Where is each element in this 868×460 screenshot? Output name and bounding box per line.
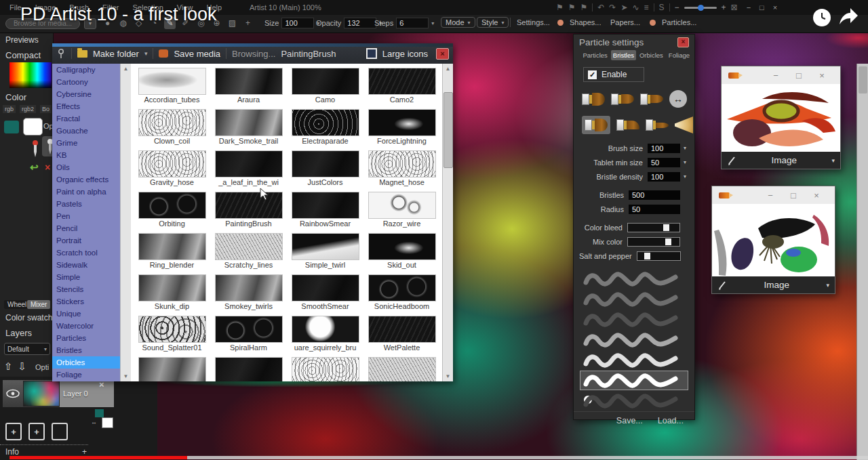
brush-thumbnail[interactable] bbox=[138, 357, 206, 381]
clear-color-icon[interactable]: × bbox=[45, 162, 50, 173]
zoom-in-icon[interactable]: + bbox=[722, 3, 726, 12]
load-button[interactable]: Load... bbox=[658, 416, 684, 425]
brush-item-clown_coil[interactable]: Clown_coil bbox=[134, 107, 210, 148]
stroke-preview-1[interactable] bbox=[580, 289, 688, 309]
category-oils[interactable]: Oils bbox=[52, 161, 120, 173]
enable-group[interactable]: ✓ Enable bbox=[583, 67, 644, 82]
brush-item-_a_leaf_in_the_wi[interactable]: _a_leaf_in_the_wi bbox=[210, 148, 287, 190]
steps-caret-icon[interactable]: ▾ bbox=[431, 20, 434, 26]
particles-button[interactable]: Particles... bbox=[662, 18, 696, 26]
make-folder-button[interactable]: Make folder bbox=[93, 49, 139, 59]
undo-color-icon[interactable]: ↩ bbox=[30, 161, 39, 173]
brush-thumbnail[interactable] bbox=[215, 274, 283, 301]
scroll-down-icon[interactable]: ▼ bbox=[446, 371, 451, 381]
brush-item-magnet_hose[interactable]: Magnet_hose bbox=[363, 148, 440, 190]
category-foliage[interactable]: Foliage bbox=[52, 369, 120, 381]
brush-item-paintingbrush[interactable]: PaintingBrush bbox=[210, 190, 287, 231]
steps-input[interactable]: 6 bbox=[396, 18, 429, 28]
brush-thumbnail[interactable] bbox=[215, 316, 283, 343]
brush-thumbnail[interactable] bbox=[368, 274, 436, 301]
brush-thumbnail[interactable] bbox=[368, 316, 436, 343]
slider-thumb[interactable] bbox=[644, 253, 650, 259]
scroll-up-icon[interactable]: ▲ bbox=[446, 64, 451, 74]
category-pen[interactable]: Pen bbox=[52, 210, 120, 222]
brush-item-camo[interactable]: Camo bbox=[287, 66, 363, 107]
settings-button[interactable]: Settings... bbox=[517, 18, 550, 26]
menu-tool-icon-8[interactable]: ≡ bbox=[644, 3, 649, 12]
round-brush-icon[interactable] bbox=[611, 93, 634, 105]
enable-checkbox[interactable]: ✓ bbox=[588, 70, 597, 79]
window-titlebar[interactable]: − □ × bbox=[712, 186, 835, 204]
tab-foliage[interactable]: Foliage bbox=[667, 50, 692, 60]
tool-icon-8[interactable]: ▨ bbox=[226, 17, 238, 29]
slider-track[interactable] bbox=[627, 223, 680, 232]
scrollbar-thumb[interactable] bbox=[443, 92, 453, 168]
category-scrollbar[interactable]: ▲ ▼ bbox=[120, 64, 131, 381]
category-organic-effects[interactable]: Organic effects bbox=[52, 173, 120, 186]
compact-label[interactable]: Compact bbox=[5, 50, 41, 60]
brush-thumbnail[interactable] bbox=[368, 68, 436, 95]
brush-thumbnail[interactable] bbox=[292, 150, 359, 177]
category-stickers[interactable]: Stickers bbox=[52, 295, 120, 308]
setting-value-dropdown[interactable]: 100 bbox=[648, 172, 680, 182]
info-expand-icon[interactable]: + bbox=[82, 447, 87, 457]
wheel-tab[interactable]: Wheel bbox=[4, 300, 30, 309]
brush-item[interactable] bbox=[287, 355, 363, 381]
category-cartoony[interactable]: Cartoony bbox=[52, 76, 120, 88]
liner-brush-icon[interactable] bbox=[646, 119, 669, 131]
brush-item-camo2[interactable]: Camo2 bbox=[363, 66, 440, 107]
stroke-preview-6[interactable] bbox=[580, 391, 688, 411]
category-cybersine[interactable]: Cybersine bbox=[52, 88, 120, 100]
window-titlebar[interactable]: − □ × bbox=[722, 66, 840, 84]
image-dropdown-caret-icon[interactable]: ▾ bbox=[826, 282, 829, 289]
layer-thumbnail[interactable] bbox=[23, 381, 60, 406]
menu-tool-icon-4[interactable]: ↶ bbox=[597, 3, 604, 12]
save-media-button[interactable]: Save media bbox=[174, 49, 220, 59]
brush-thumbnail[interactable] bbox=[138, 233, 206, 260]
angled-brush-icon[interactable] bbox=[616, 119, 639, 131]
pin-icon[interactable] bbox=[576, 51, 578, 60]
brush-thumbnail[interactable] bbox=[292, 68, 359, 95]
category-effects[interactable]: Effects bbox=[52, 100, 120, 112]
setting-value-dropdown[interactable]: 100 bbox=[648, 144, 680, 153]
maximize-button[interactable]: □ bbox=[787, 70, 810, 81]
brush-item-sonicheadboom[interactable]: SonicHeadboom bbox=[363, 272, 440, 314]
brush-thumbnail[interactable] bbox=[368, 357, 436, 381]
brush-thumbnail[interactable] bbox=[368, 109, 436, 136]
brush-thumbnail[interactable] bbox=[368, 150, 436, 177]
category-watercolor[interactable]: Watercolor bbox=[52, 320, 120, 332]
scroll-down-icon[interactable]: ▼ bbox=[123, 371, 129, 381]
brush-thumbnail[interactable] bbox=[138, 316, 206, 343]
crossed-tool-icon[interactable]: ⊠ bbox=[731, 3, 738, 12]
category-particles[interactable]: Particles bbox=[52, 332, 120, 344]
category-gouache[interactable]: Gouache bbox=[52, 125, 120, 137]
brush-thumbnail[interactable] bbox=[292, 233, 359, 260]
brush-thumbnail[interactable] bbox=[292, 109, 359, 136]
category-bristles[interactable]: Bristles bbox=[52, 344, 120, 356]
style-dropdown[interactable]: Style ▾ bbox=[477, 17, 509, 28]
size-input[interactable]: 100 bbox=[281, 18, 314, 28]
watch-later-icon[interactable] bbox=[812, 8, 831, 27]
foreground-color-chip[interactable] bbox=[102, 417, 113, 428]
brush-thumbnail[interactable] bbox=[292, 316, 359, 343]
brush-thumbnail[interactable] bbox=[215, 150, 283, 177]
category-kb[interactable]: KB bbox=[52, 149, 120, 161]
menu-tool-icon-0[interactable]: ⚑ bbox=[556, 3, 564, 12]
brush-thumbnail[interactable] bbox=[138, 109, 206, 136]
brush-item-rainbowsmear[interactable]: RainbowSmear bbox=[287, 190, 363, 231]
swap-colors-icon[interactable]: ↔ bbox=[91, 419, 97, 425]
color-spectrum-picker[interactable] bbox=[9, 62, 52, 88]
dropdown-caret-icon[interactable]: ▾ bbox=[684, 145, 689, 151]
dropdown-caret-icon[interactable]: ▾ bbox=[684, 173, 689, 180]
flat-brush-selected-icon[interactable] bbox=[582, 116, 610, 134]
brush-thumbnail[interactable] bbox=[368, 192, 436, 219]
brush-item-razor_wire[interactable]: Razor_wire bbox=[363, 190, 440, 231]
scrollbar-thumb[interactable] bbox=[859, 66, 867, 93]
secondary-color-swatch[interactable] bbox=[4, 121, 19, 133]
stroke-preview-3[interactable] bbox=[580, 330, 688, 350]
make-folder-caret-icon[interactable]: ▾ bbox=[144, 50, 148, 57]
brush-item-smoothsmear[interactable]: SmoothSmear bbox=[287, 272, 363, 314]
close-button[interactable]: × bbox=[810, 70, 833, 81]
tab-orbicles[interactable]: Orbicles bbox=[637, 50, 665, 60]
tab-particles[interactable]: Particles bbox=[580, 50, 609, 60]
